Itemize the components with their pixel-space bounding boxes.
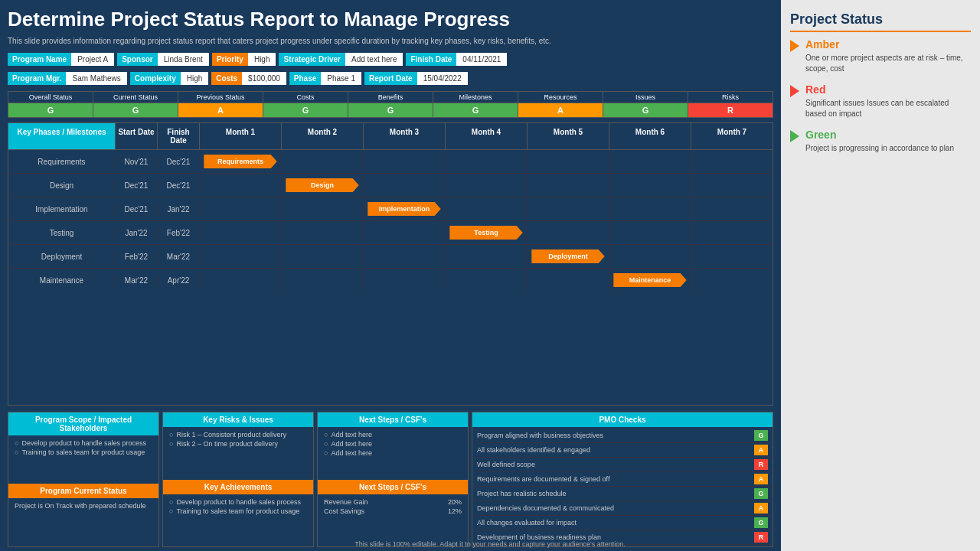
strategic-value: Add text here xyxy=(345,53,403,66)
next2-content: Revenue Gain 20% Cost Savings 12% xyxy=(318,494,468,547)
gantt-finish-2: Jan'22 xyxy=(158,203,200,216)
program-name-cell: Program Name Project A xyxy=(8,53,117,66)
next-title: Next Steps / CSF's xyxy=(318,412,468,427)
gantt-month-header-6: Month 7 xyxy=(691,123,773,149)
status-col-4: BenefitsG xyxy=(348,92,433,117)
pmo-badge: A xyxy=(754,445,768,455)
gantt-finish-1: Dec'21 xyxy=(158,179,200,192)
status-title: Program Current Status xyxy=(8,484,158,498)
achievements-content: ○Develop product to handle sales process… xyxy=(163,494,313,547)
priority-label: Priority xyxy=(212,53,248,66)
risks-title: Key Risks & Issues xyxy=(163,412,313,427)
gantt-cell-2-2: Implementation xyxy=(364,197,446,220)
gantt-bar-4: Deployment xyxy=(531,249,604,263)
pmo-label: Dependencies documented & communicated xyxy=(477,504,614,512)
gantt-cell-3-4 xyxy=(528,221,609,244)
revenue-label: Revenue Gain xyxy=(324,498,368,506)
green-title: Green xyxy=(805,129,954,141)
gantt-finish-0: Dec'21 xyxy=(158,155,200,168)
gantt-phase-5: Maintenance xyxy=(8,274,116,287)
gantt-phases-header: Key Phases / Milestones xyxy=(8,123,116,149)
gantt-month-header-4: Month 5 xyxy=(528,123,609,149)
status-header-0: Overall Status xyxy=(8,92,93,103)
status-col-0: Overall StatusG xyxy=(8,92,93,117)
pmo-title: PMO Checks xyxy=(472,412,773,427)
gantt-cell-4-5 xyxy=(609,245,691,268)
costs-cell: Costs $100,000 xyxy=(211,72,289,85)
gantt-row-3: TestingJan'22Feb'22Testing xyxy=(8,221,773,245)
gantt-cell-3-6 xyxy=(691,221,773,244)
page-subtitle: This slide provides information regardin… xyxy=(8,37,773,45)
gantt-start-2: Dec'21 xyxy=(116,203,158,216)
gantt-cell-5-0 xyxy=(200,269,282,292)
red-desc: Significant issues Issues can be escalat… xyxy=(805,98,971,119)
gantt-start-0: Nov'21 xyxy=(116,155,158,168)
gantt-cell-3-2 xyxy=(364,221,446,244)
finish-label: Finish Date xyxy=(406,53,456,66)
program-name-label: Program Name xyxy=(8,53,71,66)
pmo-box: PMO Checks Program aligned with business… xyxy=(472,412,773,547)
gantt-finish-3: Feb'22 xyxy=(158,227,200,240)
gantt-phase-3: Testing xyxy=(8,227,116,240)
risk-item: ○Risk 2 – On time product delivery xyxy=(169,440,307,448)
gantt-bar-1: Design xyxy=(286,178,358,192)
pmo-row: Well defined scope R xyxy=(474,458,771,472)
next-item: ○Add text here xyxy=(324,449,462,457)
gantt-cell-5-3 xyxy=(446,269,528,292)
gantt-header-row: Key Phases / MilestonesStart DateFinish … xyxy=(8,123,773,150)
amber-arrow-icon xyxy=(790,40,799,52)
cost-row: Cost Savings 12% xyxy=(324,507,462,515)
strategic-cell: Strategic Driver Add text here xyxy=(279,53,406,66)
achievement-item: ○Training to sales team for product usag… xyxy=(169,507,307,515)
pmo-label: All stakeholders identified & engaged xyxy=(477,446,590,454)
gantt-cell-1-4 xyxy=(528,174,609,197)
finish-value: 04/11/2021 xyxy=(456,53,507,66)
next-content: ○Add text here○Add text here○Add text he… xyxy=(318,427,468,480)
red-title: Red xyxy=(805,83,971,96)
phase-cell: Phase Phase 1 xyxy=(289,72,364,85)
risk-item: ○Risk 1 – Consistent product delivery xyxy=(169,431,307,439)
legend-green: Green Project is progressing in accordan… xyxy=(790,129,971,154)
achievements-title: Key Achievements xyxy=(163,480,313,494)
gantt-chart: Key Phases / MilestonesStart DateFinish … xyxy=(8,122,773,406)
strategic-label: Strategic Driver xyxy=(279,53,345,66)
gantt-row-1: DesignDec'21Dec'21Design xyxy=(8,174,773,197)
gantt-month-header-3: Month 4 xyxy=(446,123,528,149)
status-header-4: Benefits xyxy=(348,92,433,103)
pmo-label: Project has realistic schedule xyxy=(477,490,567,497)
gantt-cell-4-0 xyxy=(200,245,282,268)
right-panel: Project Status Amber One or more project… xyxy=(781,0,980,551)
gantt-cell-0-1 xyxy=(282,150,364,173)
status-table: Overall StatusGCurrent StatusGPrevious S… xyxy=(8,91,773,118)
gantt-start-5: Mar'22 xyxy=(116,274,158,287)
gantt-cell-0-2 xyxy=(364,150,446,173)
status-col-8: RisksR xyxy=(688,92,773,117)
amber-desc: One or more project aspects are at risk … xyxy=(805,53,971,74)
next-item: ○Add text here xyxy=(324,440,462,448)
gantt-cell-2-6 xyxy=(691,197,773,220)
gantt-cell-1-1: Design xyxy=(282,174,364,197)
gantt-cell-5-1 xyxy=(282,269,364,292)
green-desc: Project is progressing in accordance to … xyxy=(805,143,954,154)
gantt-cell-0-0: Requirements xyxy=(200,150,282,173)
scope-content: ○Develop product to handle sales process… xyxy=(8,435,158,484)
gantt-bar-0: Requirements xyxy=(204,155,276,168)
gantt-cell-1-0 xyxy=(200,174,282,197)
status-header-1: Current Status xyxy=(93,92,178,103)
scope-item: ○Develop product to handle sales process xyxy=(15,439,152,447)
program-mgr-value: Sam Mathews xyxy=(66,72,126,85)
gantt-cell-0-6 xyxy=(691,150,773,173)
gantt-phase-0: Requirements xyxy=(8,155,116,168)
scope-box: Program Scope / Impacted Stakeholders ○D… xyxy=(8,412,159,547)
complexity-label: Complexity xyxy=(130,72,181,85)
revenue-value: 20% xyxy=(448,498,462,506)
gantt-row-4: DeploymentFeb'22Mar'22Deployment xyxy=(8,245,773,269)
report-value: 15/04/2022 xyxy=(417,72,468,85)
next-item: ○Add text here xyxy=(324,431,462,439)
status-col-2: Previous StatusA xyxy=(178,92,263,117)
info-row-2: Program Mgr. Sam Mathews Complexity High… xyxy=(8,72,773,85)
gantt-month-header-2: Month 3 xyxy=(364,123,446,149)
pmo-row: Program aligned with business objectives… xyxy=(474,429,771,443)
status-header-6: Resources xyxy=(518,92,603,103)
gantt-month-header-1: Month 2 xyxy=(282,123,364,149)
